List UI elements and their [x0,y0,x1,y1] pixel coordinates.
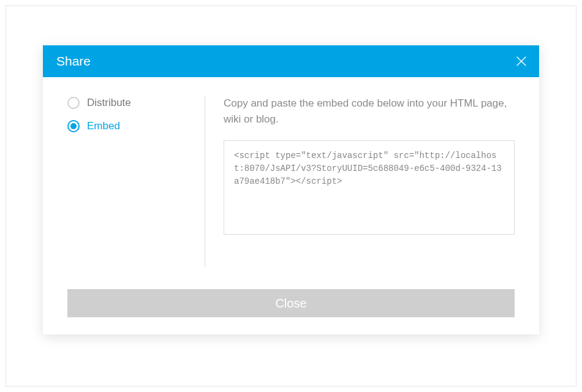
radio-dot-icon [70,123,77,129]
outer-frame: Share Distribute Embed [6,6,576,386]
dialog-title: Share [56,54,91,69]
radio-label: Embed [87,120,120,132]
close-button[interactable]: Close [67,289,515,317]
dialog-body: Distribute Embed Copy and paste the embe… [43,77,539,279]
embed-code-box[interactable]: <script type="text/javascript" src="http… [224,140,515,235]
share-sidebar: Distribute Embed [67,96,205,267]
share-dialog: Share Distribute Embed [43,45,539,334]
instruction-text: Copy and paste the embed code below into… [224,96,515,127]
radio-label: Distribute [87,97,131,109]
radio-icon [67,97,80,109]
radio-option-embed[interactable]: Embed [67,120,205,132]
embed-panel: Copy and paste the embed code below into… [205,96,515,267]
dialog-footer: Close [43,279,539,334]
dialog-header: Share [43,45,539,77]
radio-option-distribute[interactable]: Distribute [67,97,205,109]
close-icon[interactable] [515,55,528,68]
radio-icon [67,120,80,132]
